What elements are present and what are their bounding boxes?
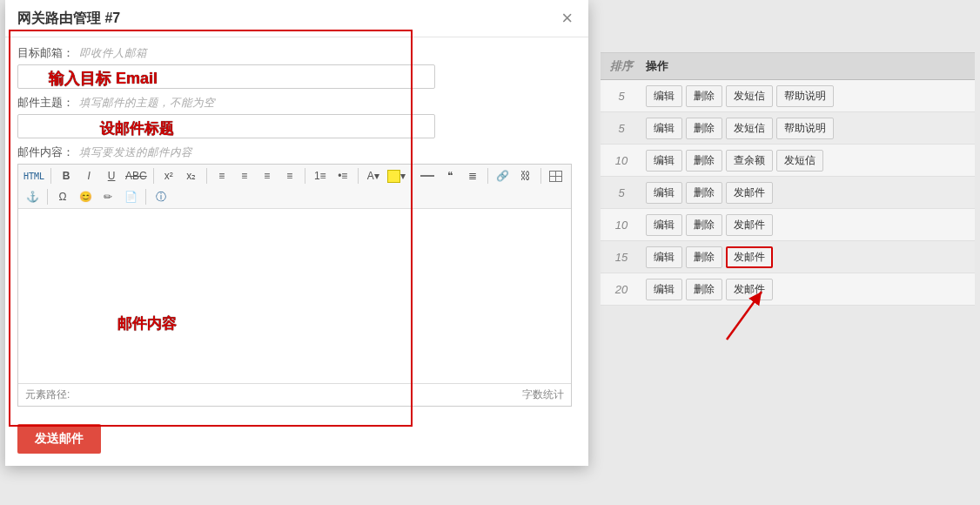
emoji-icon[interactable]: 😊 (75, 188, 96, 205)
row-ops: 编辑删除查余额发短信 (642, 146, 975, 175)
align-left-icon[interactable]: ≡ (211, 167, 232, 185)
table-header: 排序 操作 (601, 52, 975, 80)
row-order: 15 (601, 247, 642, 267)
op-button[interactable]: 发短信 (726, 118, 773, 139)
italic-icon[interactable]: I (78, 167, 99, 185)
element-path: 元素路径: (25, 387, 70, 402)
op-button[interactable]: 删除 (686, 279, 722, 300)
row-order: 5 (601, 86, 642, 106)
annotation-text: 邮件内容 (117, 313, 177, 333)
word-count[interactable]: 字数统计 (522, 387, 564, 402)
row-ops: 编辑删除发短信帮助说明 (642, 114, 975, 143)
subscript-icon[interactable]: x₂ (181, 167, 202, 185)
table-row: 10编辑删除查余额发短信 (601, 145, 975, 177)
op-button[interactable]: 发短信 (726, 85, 773, 107)
op-button[interactable]: 编辑 (646, 279, 682, 300)
op-button[interactable]: 发邮件 (726, 246, 773, 268)
send-mail-button[interactable]: 发送邮件 (17, 424, 101, 454)
op-button[interactable]: 发短信 (776, 150, 823, 172)
to-label: 目标邮箱： (17, 46, 74, 61)
unordered-list-icon[interactable]: •≡ (332, 167, 353, 185)
modal-title: 网关路由管理 #7 (17, 10, 120, 28)
table-row: 5编辑删除发邮件 (601, 177, 975, 209)
unlink-icon[interactable]: ⛓ (515, 167, 536, 185)
row-order: 5 (601, 118, 642, 138)
op-button[interactable]: 删除 (686, 118, 722, 139)
op-button[interactable]: 编辑 (646, 246, 682, 268)
op-button[interactable]: 删除 (686, 150, 722, 172)
op-button[interactable]: 编辑 (646, 214, 682, 236)
font-color-icon[interactable]: A▾ (363, 167, 384, 185)
op-button[interactable]: 编辑 (646, 85, 682, 107)
op-button[interactable]: 删除 (686, 85, 722, 107)
rich-editor: HTML B I U ABC x² x₂ ≡ ≡ ≡ ≡ 1≡ •≡ (17, 164, 572, 407)
table-row: 10编辑删除发邮件 (601, 209, 975, 241)
op-button[interactable]: 删除 (686, 182, 722, 204)
align-center-icon[interactable]: ≡ (234, 167, 255, 185)
op-button[interactable]: 发邮件 (726, 279, 773, 300)
row-ops: 编辑删除发邮件 (642, 243, 975, 272)
editor-toolbar: HTML B I U ABC x² x₂ ≡ ≡ ≡ ≡ 1≡ •≡ (18, 165, 571, 209)
ordered-list-icon[interactable]: 1≡ (310, 167, 331, 185)
row-order: 10 (601, 151, 642, 171)
table-row: 5编辑删除发短信帮助说明 (601, 80, 975, 112)
body-label: 邮件内容： (17, 145, 74, 160)
anchor-icon[interactable]: ⚓ (22, 188, 43, 205)
underline-icon[interactable]: U (101, 167, 122, 185)
op-button[interactable]: 删除 (686, 214, 722, 236)
row-ops: 编辑删除发邮件 (642, 275, 975, 304)
link-icon[interactable]: 🔗 (493, 167, 513, 185)
op-button[interactable]: 查余额 (726, 150, 773, 172)
table-row: 20编辑删除发邮件 (601, 273, 975, 306)
col-order: 排序 (601, 53, 642, 79)
bg-color-icon[interactable]: ▾ (386, 167, 407, 185)
subject-label: 邮件主题： (17, 96, 74, 111)
route-table: 排序 操作 5编辑删除发短信帮助说明5编辑删除发短信帮助说明10编辑删除查余额发… (601, 52, 975, 306)
subject-input[interactable] (17, 114, 435, 138)
superscript-icon[interactable]: x² (158, 167, 179, 185)
col-ops: 操作 (642, 53, 975, 79)
paste-text-icon[interactable]: 📄 (120, 188, 141, 205)
op-button[interactable]: 编辑 (646, 118, 682, 139)
op-button[interactable]: 发邮件 (726, 214, 773, 236)
annotation-text: 输入目标 Email (49, 68, 158, 89)
op-button[interactable]: 编辑 (646, 150, 682, 172)
subject-hint: 填写邮件的主题，不能为空 (79, 96, 215, 111)
table-icon[interactable] (546, 167, 567, 185)
annotation-text: 设邮件标题 (100, 118, 174, 138)
editor-body[interactable] (18, 209, 571, 383)
html-source-button[interactable]: HTML (22, 167, 46, 185)
table-row: 5编辑删除发短信帮助说明 (601, 112, 975, 145)
align-right-icon[interactable]: ≡ (257, 167, 278, 185)
row-ops: 编辑删除发短信帮助说明 (642, 82, 975, 111)
close-icon[interactable]: × (558, 9, 576, 28)
hr-icon[interactable] (417, 167, 438, 185)
row-order: 5 (601, 183, 642, 203)
table-row: 15编辑删除发邮件 (601, 241, 975, 273)
help-icon[interactable]: ⓘ (151, 188, 171, 205)
code-icon[interactable]: ≣ (462, 167, 483, 185)
bold-icon[interactable]: B (56, 167, 77, 185)
op-button[interactable]: 发邮件 (726, 182, 773, 204)
to-hint: 即收件人邮箱 (79, 46, 147, 61)
quote-icon[interactable]: ❝ (440, 167, 460, 185)
row-ops: 编辑删除发邮件 (642, 178, 975, 207)
row-order: 10 (601, 215, 642, 235)
eraser-icon[interactable]: ✏ (97, 188, 118, 205)
strike-icon[interactable]: ABC (124, 167, 149, 185)
op-button[interactable]: 帮助说明 (776, 118, 834, 139)
op-button[interactable]: 帮助说明 (776, 85, 834, 107)
align-justify-icon[interactable]: ≡ (279, 167, 300, 185)
row-order: 20 (601, 279, 642, 300)
op-button[interactable]: 删除 (686, 246, 722, 268)
body-hint: 填写要发送的邮件内容 (79, 145, 192, 160)
op-button[interactable]: 编辑 (646, 182, 682, 204)
row-ops: 编辑删除发邮件 (642, 211, 975, 239)
symbol-icon[interactable]: Ω (52, 188, 73, 205)
